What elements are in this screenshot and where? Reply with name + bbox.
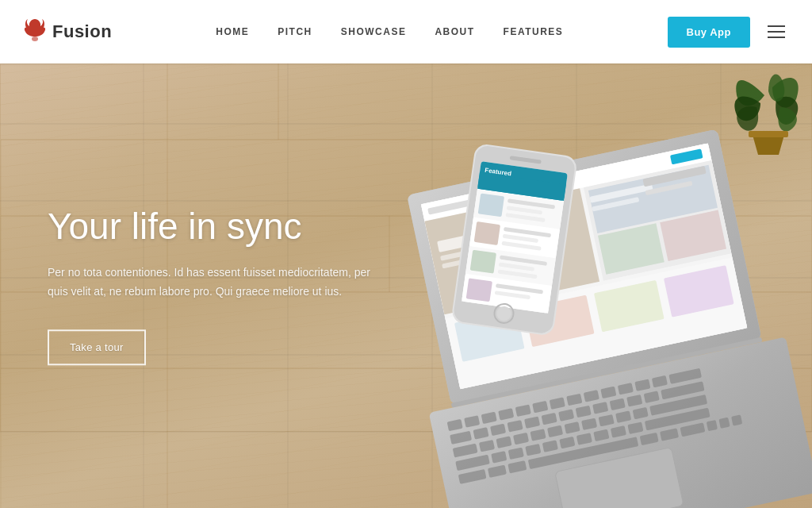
devices-illustration: Featured [336, 64, 812, 508]
nav-about[interactable]: ABOUT [435, 26, 474, 37]
take-tour-button[interactable]: Take a tour [48, 330, 146, 366]
plank-v3 [278, 64, 279, 140]
svg-rect-109 [470, 250, 496, 274]
svg-rect-89 [718, 418, 730, 429]
plank-v2 [0, 140, 2, 508]
hamburger-line-1 [768, 25, 785, 27]
nav-home[interactable]: HOME [216, 26, 249, 37]
hero-title: Your life in sync [48, 206, 381, 248]
svg-rect-99 [478, 193, 504, 217]
hamburger-button[interactable] [764, 22, 788, 41]
svg-point-0 [32, 37, 38, 41]
nav-features[interactable]: FEATURES [504, 26, 564, 37]
svg-rect-90 [731, 414, 742, 425]
logo-text: Fusion [52, 21, 112, 42]
hero-subtitle: Per no tota contentiones. Id has essent … [48, 264, 381, 302]
nav-pitch[interactable]: PITCH [278, 26, 312, 37]
svg-rect-104 [474, 221, 500, 245]
hero-content: Your life in sync Per no tota contention… [48, 206, 381, 365]
svg-rect-88 [707, 420, 718, 431]
svg-rect-114 [466, 278, 492, 302]
main-nav: HOME PITCH SHOWCASE ABOUT FEATURES [216, 26, 563, 37]
svg-rect-1 [749, 131, 788, 137]
logo[interactable]: Fusion [24, 17, 112, 47]
hamburger-line-2 [768, 31, 785, 33]
logo-icon [24, 17, 46, 47]
nav-showcase[interactable]: SHOWCASE [341, 26, 407, 37]
header-right: Buy App [668, 17, 788, 48]
devices-svg: Featured [336, 64, 812, 508]
hero-section: Your life in sync Per no tota contention… [0, 64, 812, 508]
header: Fusion HOME PITCH SHOWCASE ABOUT FEATURE… [0, 0, 812, 64]
buy-app-button[interactable]: Buy App [668, 17, 750, 48]
hamburger-line-3 [768, 37, 785, 38]
